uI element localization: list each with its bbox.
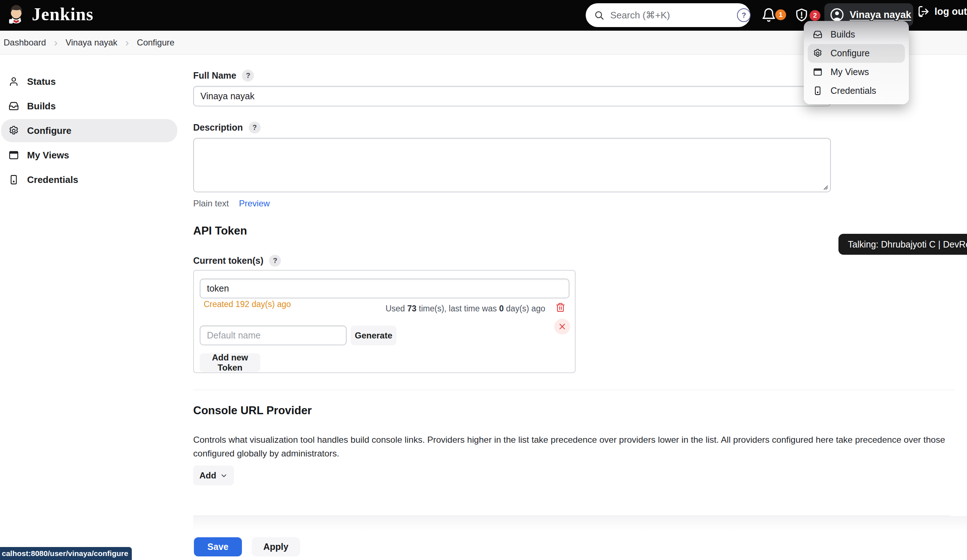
- search-bar: ?: [586, 3, 750, 27]
- search-help-icon[interactable]: ?: [737, 8, 751, 22]
- bottom-bar-background: [193, 516, 967, 531]
- description-label: Description: [193, 122, 243, 133]
- console-url-provider-description: Controls what visualization tool handles…: [193, 433, 956, 460]
- sidebar-item-builds[interactable]: Builds: [1, 94, 177, 118]
- notifications-bell-icon[interactable]: [761, 7, 776, 23]
- logout-icon: [917, 5, 930, 18]
- current-tokens-help-icon[interactable]: ?: [269, 255, 281, 267]
- add-provider-label: Add: [199, 471, 216, 481]
- description-textarea-wrap: [193, 138, 831, 192]
- token-usage-suffix: day(s) ago: [504, 304, 545, 313]
- menu-item-credentials[interactable]: Credentials: [808, 81, 905, 100]
- api-token-heading: API Token: [193, 224, 247, 237]
- window-icon: [8, 150, 19, 161]
- notification-count-badge[interactable]: 1: [775, 9, 786, 20]
- description-help-icon[interactable]: ?: [249, 122, 261, 133]
- generate-token-button[interactable]: Generate: [351, 326, 396, 345]
- menu-item-label: Configure: [830, 48, 870, 58]
- console-url-provider-heading: Console URL Provider: [193, 404, 312, 417]
- new-token-name-input[interactable]: [200, 326, 347, 345]
- token-usage-days: 0: [499, 304, 504, 313]
- add-new-token-button[interactable]: Add new Token: [200, 353, 260, 372]
- gear-icon: [813, 48, 823, 58]
- description-label-row: Description ?: [193, 122, 261, 133]
- breadcrumb-separator-icon: ›: [54, 36, 58, 49]
- jenkins-butler-logo-icon: [5, 2, 27, 26]
- talking-status-overlay: Talking: Dhrubajyoti C | DevRel En...: [838, 234, 967, 255]
- current-tokens-label: Current token(s): [193, 255, 263, 266]
- current-tokens-label-row: Current token(s) ?: [193, 255, 281, 267]
- trash-icon: [555, 302, 566, 313]
- token-usage-prefix: Used: [386, 304, 407, 313]
- breadcrumb-dashboard[interactable]: Dashboard: [3, 38, 46, 48]
- menu-item-label: Builds: [830, 29, 855, 40]
- gear-icon: [8, 125, 19, 136]
- preview-link[interactable]: Preview: [239, 198, 270, 209]
- menu-item-configure[interactable]: Configure: [808, 44, 905, 63]
- jenkins-home-link[interactable]: Jenkins: [5, 2, 94, 26]
- jenkins-user-configure-page: Jenkins ? 1 2: [0, 0, 967, 560]
- id-card-icon: [8, 174, 19, 185]
- add-provider-button[interactable]: Add: [193, 466, 234, 485]
- brand-title: Jenkins: [32, 3, 94, 25]
- token-section: Created 192 day(s) ago Used 73 time(s), …: [193, 270, 576, 373]
- sidebar-item-label: My Views: [27, 150, 69, 161]
- person-icon: [8, 76, 19, 87]
- markdown-mode-row: Plain text Preview: [193, 198, 270, 209]
- token-usage-text: Used 73 time(s), last time was 0 day(s) …: [386, 304, 545, 313]
- breadcrumb-separator-icon: ›: [125, 36, 129, 49]
- sidebar-item-label: Credentials: [27, 174, 78, 186]
- sidebar-item-label: Configure: [27, 125, 71, 137]
- sidebar-item-status[interactable]: Status: [1, 70, 177, 93]
- sidebar-item-configure[interactable]: Configure: [1, 119, 177, 142]
- description-textarea[interactable]: [193, 138, 831, 192]
- x-icon: [558, 323, 566, 331]
- sidebar-item-label: Builds: [27, 100, 56, 112]
- token-created-text: Created 192 day(s) ago: [204, 300, 291, 309]
- breadcrumb-user[interactable]: Vinaya nayak: [65, 38, 117, 48]
- id-card-icon: [813, 86, 823, 96]
- logout-button[interactable]: log out: [917, 5, 967, 18]
- full-name-input[interactable]: [193, 86, 831, 107]
- menu-item-label: Credentials: [830, 86, 876, 96]
- search-input[interactable]: [609, 9, 732, 21]
- user-name-label: Vinaya nayak: [850, 9, 911, 21]
- security-count-badge[interactable]: 2: [810, 10, 820, 21]
- save-button[interactable]: Save: [194, 537, 242, 557]
- user-dropdown-menu: Builds Configure My Views: [804, 21, 909, 104]
- token-usage-mid: time(s), last time was: [416, 304, 499, 313]
- window-icon: [813, 67, 823, 77]
- breadcrumb-configure[interactable]: Configure: [137, 38, 175, 48]
- full-name-label-row: Full Name ?: [193, 70, 254, 82]
- inbox-icon: [8, 100, 19, 112]
- menu-item-builds[interactable]: Builds: [808, 25, 905, 44]
- full-name-label: Full Name: [193, 70, 236, 81]
- token-usage-count: 73: [407, 304, 417, 313]
- full-name-help-icon[interactable]: ?: [242, 70, 254, 82]
- chevron-down-icon: [220, 472, 228, 479]
- sidebar-item-my-views[interactable]: My Views: [1, 143, 177, 167]
- menu-item-label: My Views: [830, 67, 869, 77]
- section-divider: [193, 390, 955, 390]
- token-name-input[interactable]: [200, 278, 569, 298]
- delete-token-button[interactable]: [553, 301, 568, 313]
- logout-label: log out: [934, 6, 967, 17]
- security-shield-icon[interactable]: [794, 7, 809, 23]
- avatar-icon: [829, 7, 845, 22]
- revoke-token-button[interactable]: [554, 319, 570, 334]
- inbox-icon: [813, 30, 823, 40]
- sidebar-item-label: Status: [27, 76, 56, 87]
- plain-text-label: Plain text: [193, 198, 229, 209]
- resize-grip-icon[interactable]: [823, 184, 828, 190]
- search-icon: [594, 10, 604, 21]
- menu-item-my-views[interactable]: My Views: [808, 63, 905, 82]
- apply-button[interactable]: Apply: [252, 537, 300, 557]
- status-url-tooltip: calhost:8080/user/vinaya/configure: [0, 547, 132, 560]
- sidebar-item-credentials[interactable]: Credentials: [1, 168, 177, 191]
